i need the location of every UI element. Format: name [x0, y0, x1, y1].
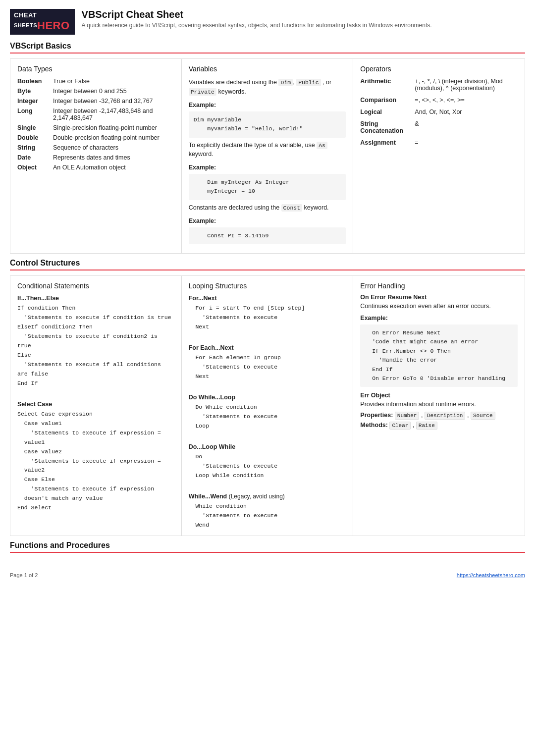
fornext-code: For i = start To end [Step step] 'Statem…: [189, 304, 346, 332]
operator-row: Comparison=, <>, <, >, <=, >=: [360, 97, 518, 104]
example2-code: Dim myInteger As Integer myInteger = 10: [189, 174, 346, 200]
op-value: +, -, *, /, \ (integer division), Mod (m…: [415, 78, 518, 92]
data-type-row: IntegerInteger between -32,768 and 32,76…: [17, 98, 174, 105]
var-or-text: , or: [322, 79, 331, 86]
data-type-row: SingleSingle-precision floating-point nu…: [17, 124, 174, 131]
var-intro-text: Variables are declared using the: [189, 79, 279, 86]
clear-badge: Clear: [389, 422, 411, 430]
const-keyword: Const: [281, 204, 303, 212]
conditional-title: Conditional Statements: [17, 282, 174, 290]
op-label: Logical: [360, 108, 415, 115]
data-type-row: BooleanTrue or False: [17, 78, 174, 85]
properties-line: Properties: Number , Description , Sourc…: [360, 412, 518, 419]
as-keyword: As: [317, 142, 327, 149]
logo-hero: HERO: [37, 19, 70, 32]
dt-type: Byte: [17, 88, 53, 95]
err-obj-title: Err Object: [360, 392, 518, 399]
whilewend-code: While condition 'Statements to execute W…: [189, 502, 346, 530]
dt-desc: Integer between 0 and 255: [53, 88, 127, 95]
raise-badge: Raise: [416, 422, 437, 430]
basics-grid: Data Types BooleanTrue or FalseByteInteg…: [10, 58, 525, 254]
if-title: If...Then...Else: [17, 295, 174, 302]
data-type-row: DateRepresents dates and times: [17, 154, 174, 161]
dt-type: Single: [17, 124, 53, 131]
page-title: VBScript Cheat Sheet: [82, 9, 432, 20]
footer-link[interactable]: https://cheatsheetshero.com: [457, 572, 525, 578]
properties-label: Properties:: [360, 412, 393, 419]
public-keyword: Public: [296, 79, 321, 86]
data-type-row: ByteInteger between 0 and 255: [17, 88, 174, 95]
methods-label: Methods:: [360, 422, 388, 429]
methods-line: Methods: Clear , Raise: [360, 422, 518, 429]
variables-title: Variables: [189, 65, 346, 73]
example3-label: Example:: [189, 217, 346, 224]
err-obj-desc: Provides information about runtime error…: [360, 401, 518, 408]
example2-label: Example:: [189, 164, 346, 171]
dt-desc: True or False: [53, 78, 90, 85]
type-text2: keyword.: [189, 151, 214, 158]
dt-type: Date: [17, 154, 53, 161]
dt-type: Long: [17, 108, 53, 114]
data-type-row: LongInteger between -2,147,483,648 and 2…: [17, 108, 174, 121]
var-keywords-text: keywords.: [218, 88, 246, 95]
data-types-rows: BooleanTrue or FalseByteInteger between …: [17, 78, 174, 171]
select-code: Select Case expression Case value1 'Stat…: [17, 410, 174, 513]
const-text1: Constants are declared using the: [189, 204, 281, 211]
looping-panel: Looping Structures For...Next For i = st…: [182, 275, 354, 537]
if-code: If condition Then 'Statements to execute…: [17, 304, 174, 388]
op-label: Arithmetic: [360, 78, 415, 85]
private-keyword: Private: [189, 88, 216, 96]
dim-keyword: Dim: [278, 79, 293, 86]
page-container: CHEAT SHEETS HERO VBScript Cheat Sheet A…: [0, 0, 535, 598]
variables-intro: Variables are declared using the Dim, Pu…: [189, 78, 346, 97]
functions-title: Functions and Procedures: [10, 541, 525, 553]
op-value: =, <>, <, >, <=, >=: [415, 97, 464, 104]
data-type-row: DoubleDouble-precision floating-point nu…: [17, 134, 174, 141]
error-handling-panel: Error Handling On Error Resume Next Cont…: [353, 275, 525, 537]
on-error-desc: Continues execution even after an error …: [360, 303, 518, 310]
dt-type: Object: [17, 164, 53, 171]
conditional-panel: Conditional Statements If...Then...Else …: [10, 275, 182, 537]
operators-title: Operators: [360, 65, 518, 73]
dowhileloop-title: Do While...Loop: [189, 394, 346, 401]
dt-desc: An OLE Automation object: [53, 164, 126, 171]
dt-type: Integer: [17, 98, 53, 105]
example1-label: Example:: [189, 102, 346, 108]
logo-top: CHEAT: [14, 12, 71, 19]
dt-desc: Double-precision floating-point number: [53, 134, 160, 141]
dt-desc: Sequence of characters: [53, 144, 118, 151]
foreachnext-title: For Each...Next: [189, 344, 346, 351]
variables-panel: Variables Variables are declared using t…: [182, 58, 354, 254]
dt-type: Double: [17, 134, 53, 141]
example1-code: Dim myVariable myVariable = "Hello, Worl…: [189, 111, 346, 138]
error-example-code: On Error Resume Next 'Code that might ca…: [360, 324, 518, 387]
operator-row: Arithmetic+, -, *, /, \ (integer divisio…: [360, 78, 518, 92]
fornext-title: For...Next: [189, 295, 346, 302]
op-label: String Concatenation: [360, 120, 415, 134]
control-grid: Conditional Statements If...Then...Else …: [10, 275, 525, 537]
data-type-row: StringSequence of characters: [17, 144, 174, 151]
foreachnext-code: For Each element In group 'Statements to…: [189, 353, 346, 381]
dt-type: String: [17, 144, 53, 151]
dowhileloop-code: Do While condition 'Statements to execut…: [189, 403, 346, 431]
control-structures-section: Control Structures Conditional Statement…: [10, 259, 525, 537]
dt-type: Boolean: [17, 78, 53, 85]
data-types-title: Data Types: [17, 65, 174, 73]
vbscript-basics-section: VBScript Basics Data Types BooleanTrue o…: [10, 42, 525, 254]
data-types-panel: Data Types BooleanTrue or FalseByteInteg…: [10, 58, 182, 254]
whilewend-title: While...Wend (Legacy, avoid using): [189, 493, 346, 500]
select-title: Select Case: [17, 401, 174, 408]
logo-bottom: SHEETS HERO: [14, 19, 71, 32]
on-error-title: On Error Resume Next: [360, 294, 518, 301]
vbscript-basics-title: VBScript Basics: [10, 42, 525, 54]
description-badge: Description: [425, 412, 466, 420]
header: CHEAT SHEETS HERO VBScript Cheat Sheet A…: [10, 9, 525, 35]
whilewend-title-text: While...Wend: [189, 493, 227, 500]
logo-sheets: SHEETS: [14, 22, 37, 29]
dt-desc: Integer between -2,147,483,648 and 2,147…: [53, 108, 174, 121]
operators-rows: Arithmetic+, -, *, /, \ (integer divisio…: [360, 78, 518, 146]
operator-row: String Concatenation&: [360, 120, 518, 134]
op-value: &: [415, 120, 419, 127]
error-handling-title: Error Handling: [360, 282, 518, 290]
dt-desc: Integer between -32,768 and 32,767: [53, 98, 153, 105]
